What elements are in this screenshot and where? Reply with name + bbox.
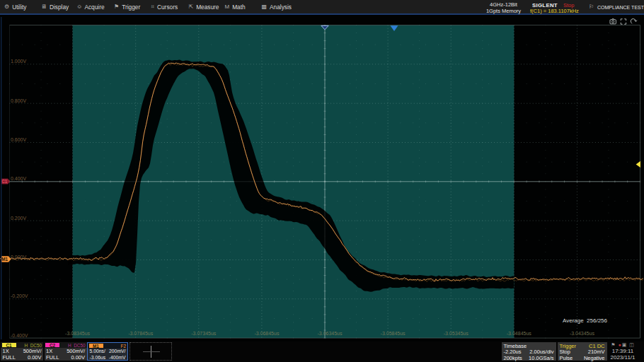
svg-text:-3.04345us: -3.04345us (570, 331, 595, 336)
svg-text:0.800V: 0.800V (11, 98, 27, 103)
svg-text:C1: C1 (1, 179, 8, 184)
svg-text:0.400V: 0.400V (11, 176, 27, 181)
svg-text:-3.06345us: -3.06345us (317, 331, 343, 336)
svg-text:-3.06845us: -3.06845us (254, 331, 280, 336)
svg-text:M1: M1 (1, 257, 8, 262)
svg-text:0.000V: 0.000V (11, 255, 27, 259)
svg-text:1.000V: 1.000V (11, 59, 27, 64)
svg-text:-3.04845us: -3.04845us (507, 331, 532, 336)
svg-text:0.600V: 0.600V (11, 137, 27, 142)
svg-text:0.200V: 0.200V (11, 216, 27, 221)
svg-text:Average 256/256: Average 256/256 (563, 317, 608, 324)
svg-text:-3.07845us: -3.07845us (128, 331, 154, 336)
svg-text:-3.05845us: -3.05845us (381, 331, 406, 336)
svg-text:-3.05345us: -3.05345us (444, 331, 469, 336)
svg-text:-0.200V: -0.200V (11, 293, 28, 298)
svg-text:-3.07345us: -3.07345us (191, 331, 217, 336)
svg-text:-3.08345us: -3.08345us (65, 331, 91, 336)
svg-text:-0.400V: -0.400V (11, 333, 28, 338)
